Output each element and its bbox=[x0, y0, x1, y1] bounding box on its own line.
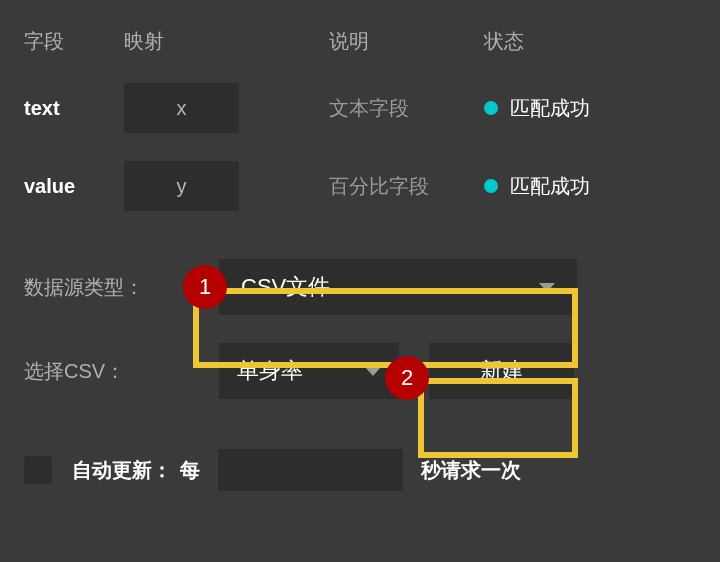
status-dot-icon bbox=[484, 101, 498, 115]
dropdown-value: CSV文件 bbox=[241, 272, 330, 302]
field-desc: 文本字段 bbox=[329, 95, 484, 122]
header-mapping: 映射 bbox=[124, 28, 329, 55]
field-name: text bbox=[24, 97, 124, 120]
table-header: 字段 映射 说明 状态 bbox=[24, 28, 696, 55]
interval-input[interactable] bbox=[218, 449, 403, 491]
mapping-input[interactable]: y bbox=[124, 161, 239, 211]
select-csv-row: 选择CSV： 单身率 新建 bbox=[24, 343, 696, 399]
callout-badge: 2 bbox=[385, 356, 429, 400]
header-status: 状态 bbox=[484, 28, 696, 55]
new-button[interactable]: 新建 bbox=[429, 343, 574, 399]
header-field: 字段 bbox=[24, 28, 124, 55]
table-row: text x 文本字段 匹配成功 bbox=[24, 83, 696, 133]
chevron-down-icon bbox=[365, 367, 381, 376]
auto-update-suffix: 秒请求一次 bbox=[421, 457, 521, 484]
csv-dropdown[interactable]: 单身率 bbox=[219, 343, 399, 399]
status-text: 匹配成功 bbox=[510, 173, 590, 200]
header-desc: 说明 bbox=[329, 28, 484, 55]
table-row: value y 百分比字段 匹配成功 bbox=[24, 161, 696, 211]
auto-update-label: 自动更新： bbox=[72, 457, 172, 484]
callout-badge: 1 bbox=[183, 265, 227, 309]
status-dot-icon bbox=[484, 179, 498, 193]
select-csv-label: 选择CSV： bbox=[24, 358, 219, 385]
field-desc: 百分比字段 bbox=[329, 173, 484, 200]
status-cell: 匹配成功 bbox=[484, 173, 590, 200]
auto-update-prefix: 每 bbox=[180, 457, 200, 484]
auto-update-checkbox[interactable] bbox=[24, 456, 52, 484]
status-cell: 匹配成功 bbox=[484, 95, 590, 122]
source-type-dropdown[interactable]: CSV文件 bbox=[219, 259, 577, 315]
mapping-input[interactable]: x bbox=[124, 83, 239, 133]
chevron-down-icon bbox=[539, 283, 555, 292]
dropdown-value: 单身率 bbox=[237, 356, 303, 386]
status-text: 匹配成功 bbox=[510, 95, 590, 122]
source-type-row: 数据源类型： CSV文件 bbox=[24, 259, 696, 315]
field-name: value bbox=[24, 175, 124, 198]
auto-update-row: 自动更新： 每 秒请求一次 bbox=[24, 449, 696, 491]
